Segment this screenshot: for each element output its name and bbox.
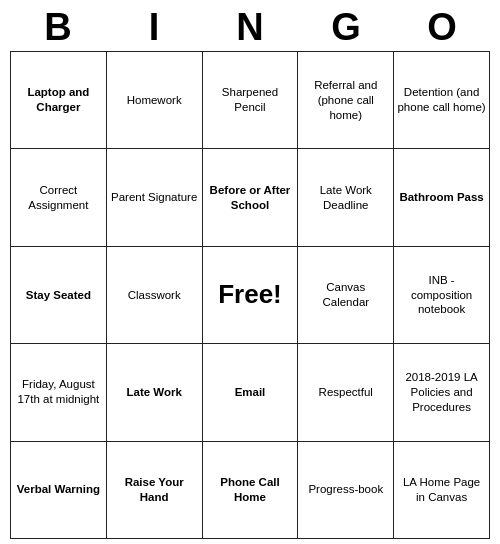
bingo-cell: Respectful: [298, 344, 394, 441]
bingo-title: BINGO: [10, 0, 490, 51]
bingo-cell: Classwork: [106, 246, 202, 343]
bingo-cell: Progress-book: [298, 441, 394, 538]
bingo-cell: Verbal Warning: [11, 441, 107, 538]
bingo-letter: B: [14, 6, 102, 49]
bingo-letter: N: [206, 6, 294, 49]
bingo-cell: 2018-2019 LA Policies and Procedures: [394, 344, 490, 441]
bingo-cell: Stay Seated: [11, 246, 107, 343]
bingo-cell: Homework: [106, 52, 202, 149]
bingo-cell: INB - composition notebook: [394, 246, 490, 343]
bingo-grid: Laptop and ChargerHomeworkSharpened Penc…: [10, 51, 490, 539]
bingo-cell: Canvas Calendar: [298, 246, 394, 343]
bingo-letter: I: [110, 6, 198, 49]
bingo-cell: LA Home Page in Canvas: [394, 441, 490, 538]
bingo-cell: Late Work Deadline: [298, 149, 394, 246]
bingo-cell: Raise Your Hand: [106, 441, 202, 538]
table-row: Laptop and ChargerHomeworkSharpened Penc…: [11, 52, 490, 149]
bingo-letter: O: [398, 6, 486, 49]
bingo-cell: Detention (and phone call home): [394, 52, 490, 149]
bingo-cell: Late Work: [106, 344, 202, 441]
bingo-cell: Email: [202, 344, 298, 441]
table-row: Friday, August 17th at midnightLate Work…: [11, 344, 490, 441]
bingo-cell: Parent Signature: [106, 149, 202, 246]
bingo-cell: Before or After School: [202, 149, 298, 246]
table-row: Stay SeatedClassworkFree!Canvas Calendar…: [11, 246, 490, 343]
bingo-cell: Phone Call Home: [202, 441, 298, 538]
bingo-cell: Referral and (phone call home): [298, 52, 394, 149]
bingo-cell: Bathroom Pass: [394, 149, 490, 246]
bingo-cell: Friday, August 17th at midnight: [11, 344, 107, 441]
table-row: Correct AssignmentParent SignatureBefore…: [11, 149, 490, 246]
table-row: Verbal WarningRaise Your HandPhone Call …: [11, 441, 490, 538]
bingo-cell: Laptop and Charger: [11, 52, 107, 149]
bingo-cell: Correct Assignment: [11, 149, 107, 246]
bingo-letter: G: [302, 6, 390, 49]
bingo-cell: Free!: [202, 246, 298, 343]
bingo-cell: Sharpened Pencil: [202, 52, 298, 149]
